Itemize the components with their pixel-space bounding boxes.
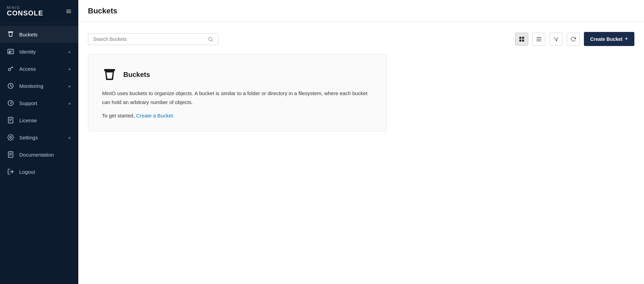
svg-rect-19 <box>9 155 11 156</box>
sidebar-item-logout-label: Logout <box>19 169 71 175</box>
access-icon <box>7 65 14 72</box>
svg-rect-2 <box>66 12 71 13</box>
content-area: Create Bucket + Buckets MinIO uses bucke… <box>78 22 644 284</box>
svg-point-10 <box>8 101 13 106</box>
sidebar-item-license-label: License <box>19 117 71 123</box>
bucket-large-icon <box>102 67 117 82</box>
sidebar-item-monitoring[interactable]: Monitoring ▲ <box>0 77 78 94</box>
list-view-button[interactable] <box>532 33 545 46</box>
sidebar-item-monitoring-label: Monitoring <box>19 83 63 89</box>
sidebar-item-identity[interactable]: Identity ▲ <box>0 43 78 60</box>
sidebar: MINIO CONSOLE Buckets <box>0 0 78 284</box>
grid-view-button[interactable] <box>515 33 528 46</box>
monitoring-chevron-icon: ▲ <box>68 84 71 88</box>
empty-card-description: MinIO uses buckets to organize objects. … <box>102 89 373 106</box>
empty-card-cta: To get started, Create a Bucket. <box>102 113 373 118</box>
svg-rect-30 <box>104 69 115 71</box>
svg-rect-23 <box>519 37 521 39</box>
access-chevron-icon: ▲ <box>68 67 71 71</box>
create-bucket-button[interactable]: Create Bucket + <box>584 32 634 46</box>
sidebar-item-documentation[interactable]: Documentation <box>0 146 78 163</box>
svg-point-5 <box>9 50 10 52</box>
topbar: Buckets <box>78 0 644 22</box>
sidebar-logo: MINIO CONSOLE <box>0 0 78 23</box>
filter-button[interactable] <box>550 33 563 46</box>
logo-console: CONSOLE <box>7 10 43 16</box>
create-bucket-label: Create Bucket <box>590 36 622 42</box>
svg-line-22 <box>212 40 213 42</box>
empty-card-title: Buckets <box>123 71 150 79</box>
sidebar-item-support[interactable]: Support ▲ <box>0 94 78 112</box>
sidebar-item-support-label: Support <box>19 100 63 106</box>
svg-rect-1 <box>66 11 71 12</box>
svg-rect-26 <box>522 39 524 42</box>
svg-rect-0 <box>66 10 71 10</box>
svg-rect-4 <box>8 49 14 54</box>
sidebar-item-identity-label: Identity <box>19 49 63 55</box>
search-icon <box>208 36 213 42</box>
svg-rect-13 <box>9 119 12 119</box>
svg-rect-29 <box>536 41 541 41</box>
cta-prefix: To get started, <box>102 113 135 118</box>
svg-rect-24 <box>522 37 524 39</box>
sidebar-nav: Buckets Identity ▲ <box>0 23 78 284</box>
svg-rect-15 <box>9 121 11 121</box>
support-chevron-icon: ▲ <box>68 101 71 105</box>
refresh-button[interactable] <box>567 33 580 46</box>
sidebar-item-access[interactable]: Access ▲ <box>0 60 78 77</box>
create-bucket-link[interactable]: Create a Bucket. <box>136 113 174 118</box>
sidebar-item-buckets[interactable]: Buckets <box>0 26 78 43</box>
support-icon <box>7 99 14 107</box>
sidebar-item-access-label: Access <box>19 66 63 72</box>
sidebar-item-documentation-label: Documentation <box>19 152 71 158</box>
logo: MINIO CONSOLE <box>7 6 43 16</box>
bucket-icon <box>7 31 14 38</box>
svg-rect-18 <box>9 154 12 155</box>
svg-rect-6 <box>11 51 13 51</box>
sidebar-item-settings[interactable]: Settings ▲ <box>0 129 78 146</box>
empty-state-card: Buckets MinIO uses buckets to organize o… <box>88 54 387 131</box>
empty-card-header: Buckets <box>102 67 373 82</box>
settings-icon <box>7 134 14 141</box>
toolbar: Create Bucket + <box>88 32 634 46</box>
monitoring-icon <box>7 82 14 90</box>
main-content: Buckets <box>78 0 644 284</box>
svg-rect-25 <box>519 39 521 42</box>
identity-chevron-icon: ▲ <box>68 49 71 54</box>
svg-rect-28 <box>536 39 541 39</box>
sidebar-item-settings-label: Settings <box>19 135 63 140</box>
search-input[interactable] <box>93 36 204 42</box>
page-title: Buckets <box>88 7 117 15</box>
sidebar-item-license[interactable]: License <box>0 112 78 129</box>
identity-icon <box>7 48 14 55</box>
svg-rect-14 <box>9 120 12 120</box>
logout-icon <box>7 168 14 175</box>
sidebar-item-buckets-label: Buckets <box>19 32 71 37</box>
svg-rect-17 <box>9 153 12 154</box>
documentation-icon <box>7 151 14 158</box>
create-bucket-plus-icon: + <box>624 35 628 43</box>
svg-rect-7 <box>11 52 12 52</box>
svg-rect-27 <box>536 37 541 38</box>
license-icon <box>7 116 14 124</box>
sidebar-toggle-button[interactable] <box>66 9 71 14</box>
svg-rect-3 <box>8 32 13 33</box>
search-box <box>88 33 218 45</box>
sidebar-item-logout[interactable]: Logout <box>0 163 78 180</box>
settings-chevron-icon: ▲ <box>68 135 71 139</box>
